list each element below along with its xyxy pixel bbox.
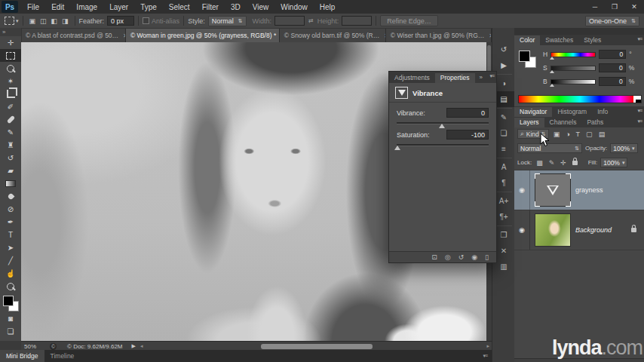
tab-paths[interactable]: Paths	[581, 118, 609, 127]
tab-properties[interactable]: Properties	[435, 73, 475, 83]
new-selection-icon[interactable]: ▣	[29, 17, 36, 25]
hand-tool[interactable]: ☝	[0, 267, 21, 280]
filter-adjustment-layers-icon[interactable]: ◑	[566, 130, 569, 138]
gradient-tool[interactable]	[0, 177, 21, 190]
collapse-panel-icon[interactable]: »	[480, 74, 483, 81]
tab-timeline[interactable]: Timeline	[44, 350, 81, 362]
lock-position-icon[interactable]: ✛	[560, 159, 566, 167]
quick-selection-tool[interactable]: ✶	[0, 75, 21, 87]
slider-thumb-icon[interactable]	[550, 70, 554, 73]
foreground-color-swatch[interactable]	[519, 51, 530, 62]
panel-menu-icon[interactable]: ▾≡	[637, 36, 642, 42]
height-input[interactable]	[342, 16, 372, 26]
foreground-color-swatch[interactable]	[3, 296, 14, 306]
zoom-level-field[interactable]: 50%	[24, 343, 36, 350]
menu-filter[interactable]: Filter	[196, 0, 225, 14]
filter-shape-layers-icon[interactable]: ▢	[586, 130, 593, 138]
panel-menu-icon[interactable]: ▾≡	[637, 108, 642, 114]
tab-navigator[interactable]: Navigator	[514, 107, 552, 117]
blend-mode-dropdown[interactable]: Normal ⇅	[517, 143, 582, 153]
reset-adjustment-icon[interactable]: ↺	[458, 253, 465, 261]
hue-slider[interactable]	[550, 52, 596, 57]
swap-dimensions-icon[interactable]: ⇄	[308, 17, 314, 24]
menu-file[interactable]: File	[21, 0, 45, 14]
line-tool[interactable]: ╱	[0, 254, 21, 267]
refine-edge-button[interactable]: Refine Edge…	[380, 15, 438, 26]
pen-tool[interactable]: ✒	[0, 216, 21, 229]
tab-channels[interactable]: Channels	[544, 118, 582, 127]
quick-mask-button[interactable]: ◙	[0, 312, 21, 325]
brightness-value-field[interactable]: 0	[599, 77, 626, 86]
tab-styles[interactable]: Styles	[578, 35, 606, 45]
tab-swatches[interactable]: Swatches	[540, 35, 578, 45]
hue-value-field[interactable]: 0	[599, 50, 626, 59]
menu-image[interactable]: Image	[70, 0, 103, 14]
lock-transparency-icon[interactable]: ▩	[536, 159, 543, 167]
dodge-tool[interactable]: ⊘	[0, 203, 21, 216]
menu-type[interactable]: Type	[134, 0, 163, 14]
brush-tool[interactable]: ✎	[0, 126, 21, 139]
doc-tab-4[interactable]: © Wiser than I.jpg @ 50% (RG…✕	[386, 29, 492, 42]
lock-all-icon[interactable]	[572, 161, 578, 165]
background-layer-thumbnail[interactable]	[535, 213, 571, 247]
horizontal-scrollbar-thumb[interactable]	[261, 344, 373, 349]
tool-preset-picker[interactable]: ▾	[5, 17, 19, 25]
move-tool[interactable]: ✛	[0, 36, 21, 49]
workspace-dropdown[interactable]: One-on-One ⇅	[585, 16, 639, 26]
panel-menu-icon[interactable]: ▾≡	[483, 353, 487, 359]
anti-alias-checkbox[interactable]: Anti-alias	[143, 17, 179, 25]
close-button[interactable]: ✕	[624, 0, 644, 14]
feather-input[interactable]: 0 px	[107, 16, 134, 26]
style-dropdown[interactable]: Normal ⇅	[208, 16, 247, 26]
menu-3d[interactable]: 3D	[225, 0, 247, 14]
status-arrow-icon[interactable]: ◂	[140, 343, 143, 349]
history-panel-icon[interactable]: ↺	[492, 41, 515, 57]
type-tool[interactable]: T	[0, 229, 21, 241]
path-selection-tool[interactable]: ➤	[0, 241, 21, 254]
spot-healing-brush-tool[interactable]	[0, 113, 21, 126]
doc-tab-3[interactable]: © Snowy old barn.tif @ 50% (R…✕	[280, 29, 386, 42]
panel-menu-icon[interactable]: ▾≡	[489, 73, 494, 79]
color-swatches[interactable]	[0, 294, 21, 312]
menu-edit[interactable]: Edit	[45, 0, 70, 14]
slider-thumb-icon[interactable]	[550, 57, 554, 60]
brightness-slider[interactable]	[550, 79, 596, 84]
tab-layers[interactable]: Layers	[514, 118, 544, 127]
menu-window[interactable]: Window	[274, 0, 314, 14]
slider-thumb-icon[interactable]	[439, 124, 445, 128]
slider-thumb-icon[interactable]	[550, 84, 554, 87]
zoom-tool[interactable]	[0, 280, 21, 293]
menu-help[interactable]: Help	[314, 0, 342, 14]
saturation-slider[interactable]	[550, 66, 596, 71]
tab-info[interactable]: Info	[592, 107, 613, 117]
visibility-toggle-icon[interactable]: ◉	[471, 253, 477, 261]
color-swatches[interactable]	[519, 51, 538, 70]
layer-visibility-toggle[interactable]: ◉	[514, 210, 530, 250]
delete-adjustment-icon[interactable]: ▯	[485, 253, 489, 261]
layer-name[interactable]: Background	[575, 226, 612, 234]
clone-stamp-tool[interactable]: ♜	[0, 139, 21, 152]
crop-tool[interactable]	[0, 87, 21, 100]
subtract-from-selection-icon[interactable]: ◧	[51, 17, 58, 25]
scroll-right-icon[interactable]: ▸	[486, 343, 489, 349]
opacity-dropdown[interactable]: 100% ▾	[610, 143, 637, 153]
doc-tab-1[interactable]: © A blast of contrast.psd @ 50…✕	[21, 29, 126, 42]
clip-to-layer-icon[interactable]: ⊡	[431, 253, 437, 261]
layer-row-background[interactable]: ◉ Background	[514, 210, 644, 250]
minimize-button[interactable]: ─	[585, 0, 605, 14]
color-spectrum-ramp[interactable]	[518, 95, 642, 103]
menu-layer[interactable]: Layer	[103, 0, 134, 14]
menu-select[interactable]: Select	[163, 0, 196, 14]
saturation-value-field[interactable]: -100	[446, 130, 489, 140]
screen-mode-button[interactable]: ❏	[0, 325, 21, 338]
doc-tab-2[interactable]: © Woman in green.jpg @ 50% (grayness, RG…	[126, 29, 280, 42]
status-flyout-icon[interactable]: ▶	[132, 343, 136, 349]
fill-dropdown[interactable]: 100% ▾	[600, 158, 627, 167]
history-brush-tool[interactable]: ↺	[0, 152, 21, 164]
collapse-tools-icon[interactable]: »	[0, 28, 21, 36]
filter-pixel-layers-icon[interactable]: ▣	[554, 130, 560, 138]
rectangular-marquee-tool[interactable]	[0, 49, 21, 62]
restore-button[interactable]: ❐	[605, 0, 624, 14]
lasso-tool[interactable]	[0, 62, 21, 75]
layer-visibility-toggle[interactable]: ◉	[514, 170, 530, 210]
